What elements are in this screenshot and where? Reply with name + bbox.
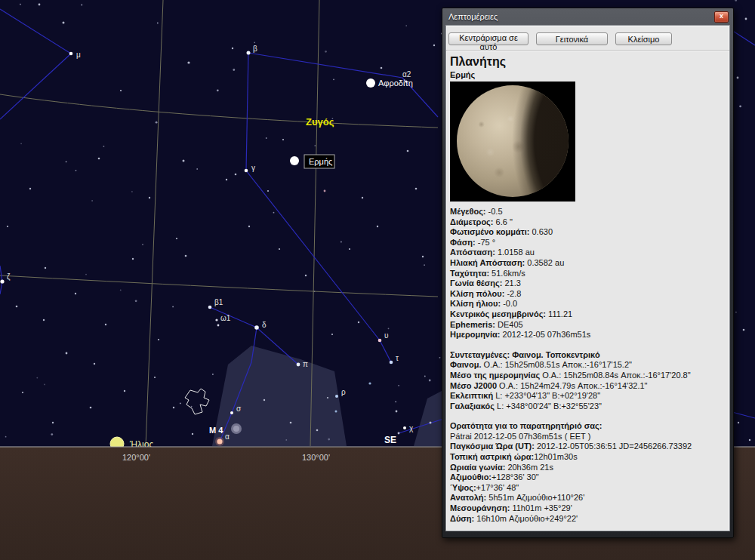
detail-row: Παγκόσμια Ώρα (UT): 2012-12-05T05:36:51 … <box>450 442 729 452</box>
bg-star <box>314 291 316 292</box>
named-star[interactable] <box>0 279 4 283</box>
bg-star <box>316 429 319 432</box>
dialog-content: Κεντράρισμα σε αυτό Γειτονικά Κλείσιμο Π… <box>445 25 730 531</box>
detail-row: Αζιμούθιο:+128°36' 30" <box>450 472 729 483</box>
detail-row: Ταχύτητα: 51.6km/s <box>450 269 729 279</box>
detail-label: Ορατότητα για το παρατηρητήριό σας: <box>450 421 602 430</box>
bg-star <box>22 392 23 393</box>
detail-label: Συντεταγμένες: Φαινομ. Τοποκεντρικό <box>450 350 600 359</box>
azimuth-label: 120°00' <box>122 453 150 462</box>
detail-label: Κλίση ήλιου: <box>450 299 501 308</box>
bg-star <box>103 146 105 147</box>
named-star[interactable] <box>254 325 259 330</box>
bg-star <box>430 422 432 424</box>
star-label: π <box>303 360 308 368</box>
detail-label: Ύψος: <box>450 483 476 492</box>
bg-star <box>415 188 418 190</box>
bg-star <box>120 290 122 291</box>
bg-star <box>267 190 269 192</box>
named-star[interactable] <box>208 306 212 309</box>
mercury-terminator-shadow <box>457 85 569 197</box>
star-label: δ <box>262 321 267 329</box>
detail-value: -2.8 <box>504 289 521 298</box>
named-star[interactable] <box>245 169 248 173</box>
bg-star <box>196 168 198 170</box>
named-star[interactable] <box>335 395 338 398</box>
detail-label: Μέσο J2000 <box>450 381 497 390</box>
bg-star <box>282 139 284 140</box>
detail-value: DE405 <box>495 320 523 329</box>
detail-label: Μέσο της ημερομηνίας <box>450 371 540 380</box>
antares-glow <box>215 437 224 446</box>
named-star[interactable] <box>247 51 251 55</box>
bg-star <box>156 122 158 124</box>
bg-star <box>226 179 227 180</box>
detail-row: Ανατολή: 5h51m Αζιμούθιο+110°26' <box>450 493 729 503</box>
bg-star <box>327 397 328 398</box>
named-star[interactable] <box>378 339 382 343</box>
planet-marker-mercury[interactable] <box>290 156 299 165</box>
detail-row: Ωριαία γωνία: 20h36m 21s <box>450 463 729 473</box>
detail-label: Φάση: <box>450 238 476 247</box>
bg-star <box>180 403 181 405</box>
dialog-titlebar[interactable]: Λεπτομέρειες x <box>445 8 730 25</box>
constellation-name-label: Ζυγός <box>306 116 334 128</box>
bg-star <box>66 352 68 355</box>
bg-star <box>51 433 53 435</box>
star-label: ρ <box>341 388 346 396</box>
details-dialog: Λεπτομέρειες x Κεντράρισμα σε αυτό Γειτο… <box>442 8 734 538</box>
detail-value: 2012-12-05T05:36:51 JD=2456266.73392 <box>535 442 692 451</box>
detail-value: 20h36m 21s <box>505 463 553 472</box>
star-label: σ <box>236 405 242 413</box>
detail-value: 16h10m Αζιμούθιο+249°22' <box>474 514 578 523</box>
detail-value: 0.630 <box>529 227 553 236</box>
star-label: ζ <box>7 272 11 282</box>
bg-star <box>248 226 250 227</box>
detail-label: Ταχύτητα: <box>450 269 489 278</box>
bg-star <box>66 161 67 162</box>
named-star[interactable] <box>230 411 233 414</box>
neighbors-button[interactable]: Γειτονικά <box>536 32 608 45</box>
bg-star <box>173 407 174 408</box>
detail-value: 111.21 <box>546 309 572 318</box>
bg-star <box>254 42 255 43</box>
detail-label: Αζιμούθιο: <box>450 472 492 482</box>
named-star[interactable] <box>69 52 73 56</box>
close-icon[interactable]: x <box>714 11 729 23</box>
bg-star <box>91 200 93 202</box>
bg-star <box>381 67 383 69</box>
named-star[interactable] <box>217 325 220 327</box>
detail-value: 51.6km/s <box>489 269 525 278</box>
bg-star <box>331 334 333 335</box>
bg-star <box>341 242 342 243</box>
bg-star <box>429 380 431 382</box>
detail-value: -0.0 <box>501 299 517 308</box>
named-star[interactable] <box>215 318 217 321</box>
detail-row: Ηλιακή Απόσταση: 0.3582 au <box>450 258 729 269</box>
bg-star <box>333 78 334 80</box>
bg-star <box>39 4 41 6</box>
named-star[interactable] <box>403 426 406 429</box>
bg-star <box>20 143 22 144</box>
bg-star <box>176 238 177 239</box>
bg-star <box>90 407 92 409</box>
detail-label: Φαινομ. <box>450 360 481 369</box>
detail-value: -75 ° <box>476 238 495 247</box>
detail-rows: Μέγεθος: -0.5Διάμετρος: 6.6 "Φωτισμένο κ… <box>450 207 729 524</box>
bg-star <box>424 264 425 266</box>
bg-star <box>76 170 77 171</box>
bg-star <box>135 300 137 302</box>
named-star[interactable] <box>297 363 300 367</box>
detail-row: Ύψος:+17°36' 48" <box>450 483 729 494</box>
center-on-object-button[interactable]: Κεντράρισμα σε αυτό <box>448 32 528 45</box>
m4-cluster-core <box>233 426 239 432</box>
bg-star <box>149 197 150 198</box>
bg-star <box>745 18 747 20</box>
named-star[interactable] <box>390 361 393 365</box>
bg-star <box>98 158 100 160</box>
detail-label: Κεντρικός μεσημβρινός: <box>450 309 546 318</box>
close-button[interactable]: Κλείσιμο <box>615 32 672 45</box>
planet-marker-venus[interactable] <box>366 78 375 88</box>
bg-star <box>235 174 237 176</box>
bg-star <box>405 25 407 26</box>
